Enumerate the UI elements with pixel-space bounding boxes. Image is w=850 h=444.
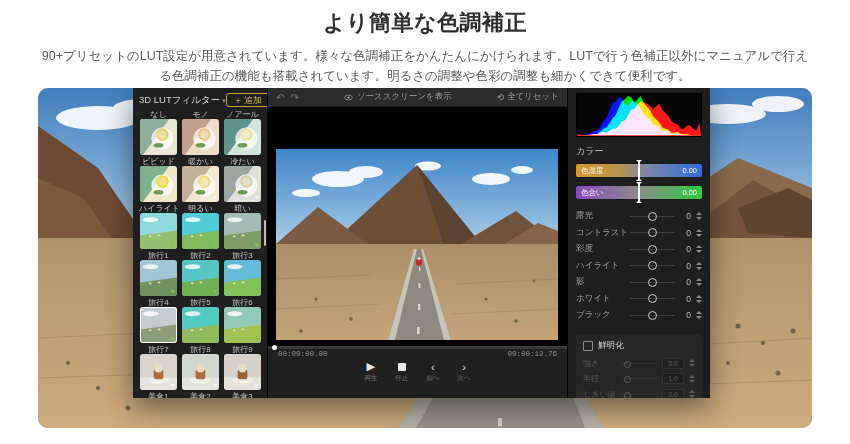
stepper-up-icon[interactable]: [696, 212, 702, 215]
value-stepper[interactable]: [695, 311, 702, 319]
temperature-slider[interactable]: 色温度 0.00: [576, 164, 702, 177]
lut-preset-thumbnail[interactable]: ♥: [140, 260, 177, 296]
favorite-heart-icon[interactable]: ♥: [255, 288, 259, 295]
favorite-heart-icon[interactable]: ♥: [171, 241, 175, 248]
stepper-up-icon[interactable]: [696, 311, 702, 314]
lut-preset-thumbnail[interactable]: ♥: [140, 307, 177, 343]
seek-bar[interactable]: [268, 346, 567, 349]
lut-preset-thumbnail[interactable]: ♥: [182, 213, 219, 249]
lut-preset-thumbnail[interactable]: ♥: [140, 213, 177, 249]
favorite-heart-icon[interactable]: ♥: [171, 288, 175, 295]
value-stepper[interactable]: [695, 295, 702, 303]
favorite-heart-icon[interactable]: ♥: [255, 382, 259, 389]
adjustment-slider[interactable]: [630, 294, 675, 303]
value-stepper[interactable]: [695, 278, 702, 286]
sharpen-param-slider[interactable]: [621, 360, 658, 367]
lut-preset-6[interactable]: 冷たい♥: [223, 155, 262, 202]
stepper-up-icon[interactable]: [696, 245, 702, 248]
stepper-down-icon[interactable]: [689, 364, 695, 367]
favorite-heart-icon[interactable]: ♥: [213, 382, 217, 389]
value-stepper[interactable]: [695, 212, 702, 220]
lut-preset-thumbnail[interactable]: [140, 166, 177, 202]
lut-preset-thumbnail[interactable]: ♥: [182, 166, 219, 202]
lut-preset-4[interactable]: ビビッド: [139, 155, 178, 202]
favorite-heart-icon[interactable]: ♥: [213, 241, 217, 248]
stepper-down-icon[interactable]: [696, 250, 702, 253]
lut-preset-10[interactable]: 旅行1♥: [139, 249, 178, 296]
tint-handle[interactable]: [638, 183, 640, 202]
lut-preset-19[interactable]: 美食1: [139, 390, 178, 398]
lut-preset-thumbnail[interactable]: ♥: [224, 213, 261, 249]
lut-preset-thumbnail[interactable]: ♥: [182, 354, 219, 390]
play-button[interactable]: ▶再生: [364, 360, 377, 383]
stepper-down-icon[interactable]: [696, 283, 702, 286]
sharpen-param-slider[interactable]: [621, 391, 658, 398]
lut-preset-thumbnail[interactable]: ♥: [224, 354, 261, 390]
lut-preset-thumbnail[interactable]: ♥: [140, 354, 177, 390]
lut-preset-16[interactable]: 旅行7♥: [139, 343, 178, 390]
slider-knob[interactable]: [624, 376, 631, 383]
favorite-heart-icon[interactable]: ♥: [213, 335, 217, 342]
sharpen-checkbox[interactable]: [583, 341, 593, 351]
adjustment-slider[interactable]: [630, 245, 675, 254]
favorite-heart-icon[interactable]: ♥: [255, 241, 259, 248]
undo-icon[interactable]: ↶: [276, 92, 284, 103]
lut-preset-2[interactable]: モノ: [181, 108, 220, 155]
lut-preset-1[interactable]: なし: [139, 108, 178, 155]
lut-preset-thumbnail[interactable]: ♥: [182, 307, 219, 343]
favorite-heart-icon[interactable]: ♥: [213, 194, 217, 201]
value-stepper[interactable]: [695, 262, 702, 270]
lut-preset-8[interactable]: 明るい♥: [181, 202, 220, 249]
stepper-up-icon[interactable]: [696, 229, 702, 232]
sharpen-param-slider[interactable]: [621, 375, 658, 382]
value-stepper[interactable]: [688, 359, 695, 367]
lut-preset-9[interactable]: 暗い♥: [223, 202, 262, 249]
value-stepper[interactable]: [688, 375, 695, 383]
adjustment-slider[interactable]: [630, 311, 675, 320]
lut-panel-scrollbar[interactable]: [264, 220, 266, 246]
stepper-up-icon[interactable]: [696, 262, 702, 265]
stepper-down-icon[interactable]: [696, 316, 702, 319]
add-lut-button[interactable]: ＋ 追加: [226, 93, 268, 107]
favorite-heart-icon[interactable]: ♥: [255, 335, 259, 342]
favorite-heart-icon[interactable]: ♥: [255, 194, 259, 201]
slider-knob[interactable]: [648, 311, 657, 320]
lut-preset-thumbnail[interactable]: ♥: [224, 166, 261, 202]
slider-knob[interactable]: [648, 261, 657, 270]
stepper-down-icon[interactable]: [689, 395, 695, 398]
stepper-up-icon[interactable]: [689, 359, 695, 362]
slider-knob[interactable]: [648, 278, 657, 287]
value-stepper[interactable]: [695, 245, 702, 253]
stepper-down-icon[interactable]: [696, 300, 702, 303]
adjustment-slider[interactable]: [630, 278, 675, 287]
lut-preset-thumbnail[interactable]: [182, 119, 219, 155]
slider-knob[interactable]: [648, 228, 657, 237]
adjustment-slider[interactable]: [630, 261, 675, 270]
value-stepper[interactable]: [688, 390, 695, 398]
show-source-toggle[interactable]: ソーススクリーンを表示: [305, 91, 491, 103]
redo-icon[interactable]: ↷: [290, 92, 298, 103]
lut-preset-thumbnail[interactable]: ♥: [224, 307, 261, 343]
slider-knob[interactable]: [648, 294, 657, 303]
stepper-up-icon[interactable]: [689, 375, 695, 378]
favorite-heart-icon[interactable]: ♥: [213, 288, 217, 295]
prev-button[interactable]: ‹前へ: [426, 360, 439, 383]
sharpen-checkbox-row[interactable]: 鮮明化: [583, 340, 695, 352]
stop-button[interactable]: 停止: [395, 360, 408, 383]
tint-slider[interactable]: 色合い 0.00: [576, 186, 702, 199]
value-stepper[interactable]: [695, 229, 702, 237]
lut-preset-20[interactable]: 美食2: [181, 390, 220, 398]
stepper-down-icon[interactable]: [696, 234, 702, 237]
adjustment-slider[interactable]: [630, 212, 675, 221]
lut-preset-12[interactable]: 旅行3♥: [223, 249, 262, 296]
lut-preset-18[interactable]: 旅行9♥: [223, 343, 262, 390]
stepper-down-icon[interactable]: [689, 380, 695, 383]
favorite-heart-icon[interactable]: ♥: [171, 335, 175, 342]
stepper-down-icon[interactable]: [696, 267, 702, 270]
stepper-down-icon[interactable]: [696, 217, 702, 220]
lut-preset-thumbnail[interactable]: [140, 119, 177, 155]
favorite-heart-icon[interactable]: ♥: [171, 382, 175, 389]
lut-preset-11[interactable]: 旅行2♥: [181, 249, 220, 296]
stepper-up-icon[interactable]: [696, 278, 702, 281]
lut-preset-thumbnail[interactable]: ♥: [182, 260, 219, 296]
